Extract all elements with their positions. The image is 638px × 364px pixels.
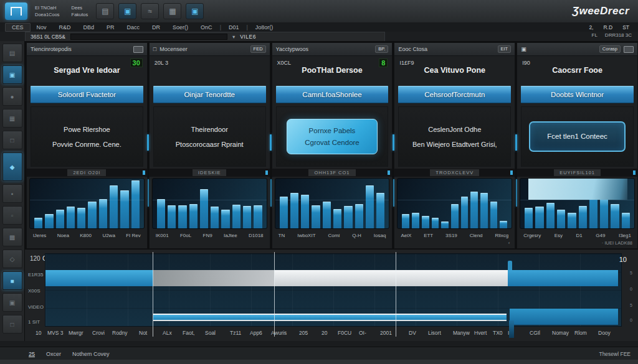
- panel-header-chip[interactable]: Corasp: [599, 45, 621, 53]
- track1-segment-silver[interactable]: [274, 270, 508, 286]
- chart-bar: [525, 208, 533, 228]
- menu-item[interactable]: Dacc: [121, 23, 146, 32]
- menu-item[interactable]: D01: [222, 23, 245, 32]
- sidebar-tool[interactable]: ▫: [2, 206, 22, 225]
- menu-item[interactable]: DR: [146, 23, 166, 32]
- toolbar-tile-icon[interactable]: ▣: [118, 3, 136, 19]
- menu-item[interactable]: R&D: [53, 23, 77, 32]
- gutter-accent: [148, 179, 149, 207]
- sidebar-tool[interactable]: ◆: [2, 152, 22, 181]
- menu-item[interactable]: Soer(): [166, 23, 194, 32]
- timeline-ruler[interactable]: 10MVS 3MwrgrCroviRodnyNotALxFaot,SoalTz1…: [25, 328, 638, 338]
- menu-right-icons: 2,R.DST: [589, 24, 638, 30]
- panel-header-chip[interactable]: BP.: [375, 45, 388, 53]
- panel-accent-button[interactable]: Pornxe PabelsCgrovat Cendore: [287, 119, 378, 154]
- ruler-label: Mwrgr: [69, 330, 83, 336]
- menu-item[interactable]: Nov: [31, 23, 53, 32]
- toolbar-tile[interactable]: EI TNOaHDoea1Coos: [31, 3, 64, 20]
- timeline-marker[interactable]: [274, 252, 275, 337]
- ruler-label: Not: [139, 330, 147, 336]
- status-item[interactable]: 25: [29, 351, 35, 357]
- track1-segment-gray[interactable]: [153, 270, 274, 286]
- sidebar-tool[interactable]: □: [2, 131, 22, 149]
- sidebar-tool[interactable]: ▩: [2, 228, 22, 246]
- track1-segment-blue2[interactable]: [508, 270, 618, 286]
- toolbar-tile[interactable]: DeesFakutos: [68, 3, 92, 20]
- track1-segment-blue[interactable]: [45, 270, 153, 286]
- toolbar-tile-icon[interactable]: ▦: [163, 3, 181, 19]
- chart-bar: [254, 205, 262, 228]
- panel-sub-label: I1£F9: [399, 60, 414, 66]
- panel-primary-button[interactable]: Doobts Wlcntnor: [521, 86, 634, 103]
- timeline: 120 Ciamock 10 10MVS 3MwrgrCroviRodnyNot…: [25, 249, 638, 342]
- camera-icon[interactable]: [624, 46, 634, 53]
- axis-label: FN9: [203, 233, 212, 238]
- track2-clip-thin[interactable]: [153, 314, 507, 321]
- menu-item[interactable]: OnC: [194, 23, 219, 32]
- status-left: 25OxcerNothem Covey: [0, 351, 110, 357]
- sidebar-tool[interactable]: □: [2, 315, 22, 334]
- menu-item[interactable]: Jo8or(): [249, 23, 280, 32]
- panel-section-bar[interactable]: IDESKIE: [150, 169, 270, 177]
- chart-bar: [470, 192, 478, 228]
- ruler-label: Soal: [205, 330, 216, 336]
- camera-icon[interactable]: [133, 46, 143, 53]
- axis-label: IwboXIT: [297, 233, 315, 238]
- panel-section-bar[interactable]: OHH13F CO1: [272, 169, 393, 177]
- timeline-marker[interactable]: [153, 252, 153, 337]
- section-label: 2EDI O20I: [67, 169, 106, 176]
- panel-section-bar[interactable]: TRODXCLEVV: [394, 169, 515, 177]
- chart-axis-labels: AeiXETT3S19ClendRlixcg: [394, 230, 515, 240]
- chart-overlay: [528, 179, 627, 200]
- chart-bar: [366, 185, 374, 228]
- axis-label: TN: [279, 233, 285, 238]
- toolbar-tile-icon[interactable]: ▣: [186, 3, 204, 19]
- panel-info-row: X0CLPooTHat Dersoe8: [272, 56, 393, 85]
- timeline-grid[interactable]: [45, 253, 622, 327]
- panel-chart: [520, 178, 635, 229]
- panel-header-title: Mocenseer: [160, 46, 247, 52]
- sidebar-tool[interactable]: ■: [2, 271, 22, 290]
- axis-label: U2wa: [102, 233, 115, 238]
- sidebar-tool[interactable]: ●: [2, 87, 22, 106]
- filter-input[interactable]: [70, 34, 227, 40]
- chart-bar: [290, 193, 298, 228]
- menu-right-icon[interactable]: R.D: [603, 24, 612, 30]
- panel-accent-button[interactable]: Fcet tlen1 Conteec: [529, 121, 626, 151]
- clip-handle[interactable]: [508, 261, 512, 270]
- menu-right-icon[interactable]: ST: [622, 24, 629, 30]
- menu-item[interactable]: DBd: [77, 23, 101, 32]
- panel-primary-button[interactable]: Soloordl Fvactetor: [31, 86, 143, 103]
- sidebar-tool[interactable]: ◇: [2, 250, 22, 268]
- panel-header-chip[interactable]: EIT: [498, 45, 512, 53]
- menu-item[interactable]: PR: [100, 23, 121, 32]
- chart-bar: [490, 202, 498, 228]
- flag-icon[interactable]: FL: [592, 32, 598, 38]
- sidebar-tool[interactable]: ▤: [2, 44, 22, 62]
- panel-5: ▣CoraspI90Caocsrr FooeDoobts WlcntnorFce…: [517, 42, 638, 249]
- chart-bar: [178, 205, 186, 228]
- toolbar-tiles: EI TNOaHDoea1CoosDeesFakutos▤▣≈▦▣: [31, 3, 204, 20]
- panel-primary-button[interactable]: CamnLfoaShonlee: [276, 86, 389, 103]
- panel-chart: [152, 178, 267, 229]
- sidebar-tool[interactable]: ▪: [2, 184, 22, 203]
- panel-primary-button[interactable]: CehsroofTorctmutn: [398, 86, 511, 103]
- sidebar-tool[interactable]: ▣: [2, 293, 22, 312]
- panel-header-chip[interactable]: FED: [250, 45, 266, 53]
- chart-bar: [67, 207, 75, 228]
- toolbar-tile-icon[interactable]: ▤: [96, 3, 114, 19]
- filter-dropdown-icon[interactable]: ▾: [232, 34, 235, 40]
- sidebar-tool[interactable]: ▦: [2, 109, 22, 128]
- menu-right-icon[interactable]: 2,: [589, 24, 593, 30]
- menu-item[interactable]: CES: [5, 23, 31, 32]
- toolbar-tile-icon[interactable]: ≈: [141, 3, 159, 19]
- app-icon[interactable]: [5, 2, 27, 20]
- panel-section-bar[interactable]: 2EDI O20I: [27, 169, 147, 177]
- track2-clip-tall[interactable]: [510, 309, 619, 325]
- sidebar-tool[interactable]: ▣: [2, 65, 22, 84]
- filter-apply-button[interactable]: VILE6: [240, 34, 256, 40]
- panel-primary-button[interactable]: Oinjar Tenordtte: [153, 86, 266, 103]
- timeline-marker[interactable]: [396, 252, 396, 337]
- axis-label: Esy: [555, 233, 563, 238]
- panel-section-bar[interactable]: EUYIFSIL101: [517, 169, 637, 177]
